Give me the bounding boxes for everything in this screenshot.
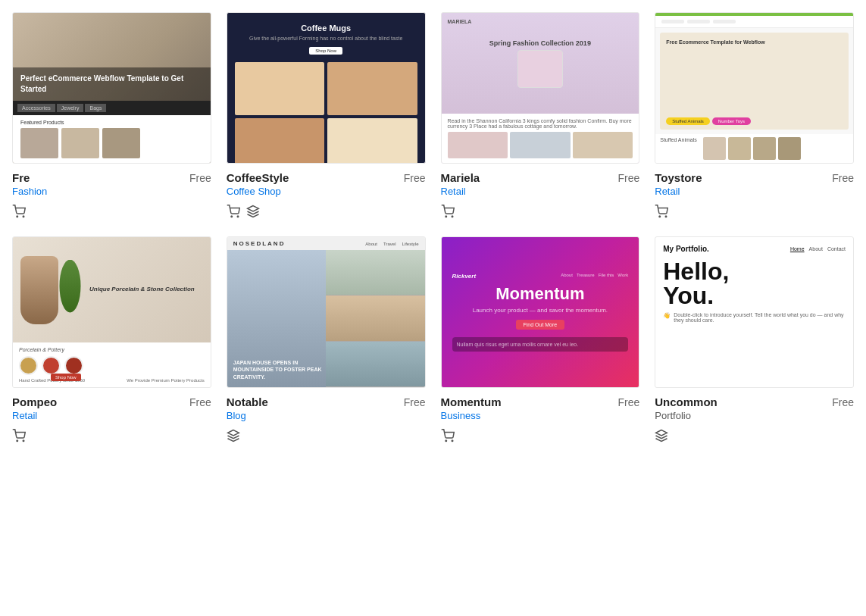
toystore-nav-2	[687, 20, 710, 23]
card-info-notable: Notable Free Blog	[227, 396, 426, 442]
toystore-name: Toystore	[655, 171, 702, 184]
pompeo-cta-btn: Shop Now	[51, 374, 81, 381]
toystore-btn-pink: Number Toys	[712, 117, 751, 125]
fre-product-img-3	[102, 128, 140, 158]
toystore-product-imgs	[703, 137, 801, 160]
toystore-icons	[655, 205, 854, 218]
fre-product-img-1	[20, 128, 58, 158]
svg-point-9	[17, 440, 18, 442]
cart-icon	[12, 429, 26, 442]
notable-nav-2: Travel	[383, 242, 395, 246]
notable-price: Free	[404, 396, 426, 408]
toystore-buttons: Stuffed Animals Number Toys	[666, 117, 751, 125]
mariela-item-1	[448, 132, 508, 158]
uncommon-links: Home About Contact	[790, 246, 846, 252]
coffeestyle-price: Free	[404, 172, 426, 184]
thumbnail-notable[interactable]: NOSEDLAND About Travel Lifestyle JAPAN H…	[227, 236, 426, 388]
pompeo-circles	[19, 356, 205, 375]
uncommon-price: Free	[832, 396, 854, 408]
thumbnail-fre[interactable]: Perfect eCommerce Webflow Template to Ge…	[12, 12, 211, 164]
momentum-category[interactable]: Business	[441, 410, 640, 421]
pompeo-plant-img	[57, 260, 83, 313]
toystore-btn-yellow: Stuffed Animals	[666, 117, 710, 125]
card-momentum[interactable]: Rickvert About Treasure File this Work M…	[441, 236, 640, 442]
notable-small-2	[326, 295, 424, 341]
uncommon-title-row: Uncommon Free	[655, 396, 854, 408]
mariela-hero: MARIELA Spring Fashion Collection 2019	[442, 13, 639, 114]
momentum-nav-1: About	[561, 273, 573, 280]
coffeestyle-name: CoffeeStyle	[227, 171, 289, 184]
mariela-category[interactable]: Retail	[441, 186, 640, 197]
notable-header: NOSEDLAND About Travel Lifestyle	[227, 237, 425, 250]
card-toystore[interactable]: Free Ecommerce Template for Webflow Stuf…	[655, 12, 854, 218]
card-info-mariela: Mariela Free Retail	[441, 171, 640, 218]
fre-hero-text: Perfect eCommerce Webflow Template to Ge…	[20, 73, 203, 95]
thumbnail-coffeestyle[interactable]: Coffee Mugs Give the all-powerful Formin…	[227, 12, 426, 164]
notable-category[interactable]: Blog	[227, 410, 426, 421]
svg-marker-11	[227, 430, 239, 436]
notable-content: JAPAN HOUSE OPENS IN MOUNTAINSIDE TO FOS…	[227, 250, 425, 387]
card-fre[interactable]: Perfect eCommerce Webflow Template to Ge…	[12, 12, 211, 218]
card-info-momentum: Momentum Free Business	[441, 396, 640, 442]
mariela-title: Spring Fashion Collection 2019	[489, 39, 591, 47]
momentum-nav-2: Treasure	[577, 273, 595, 280]
thumbnail-uncommon[interactable]: My Portfolio. Home About Contact Hello,Y…	[655, 236, 854, 388]
fre-name: Fre	[12, 171, 30, 184]
uncommon-icons	[655, 429, 854, 442]
svg-point-3	[237, 216, 239, 217]
mariela-product-grid	[448, 132, 633, 158]
svg-point-1	[23, 216, 24, 217]
svg-point-13	[452, 440, 453, 442]
uncommon-logo: My Portfolio.	[663, 245, 709, 253]
coffeestyle-title-row: CoffeeStyle Free	[227, 171, 426, 184]
card-pompeo[interactable]: Unique Porcelain & Stone Collection Shop…	[12, 236, 211, 442]
toystore-category[interactable]: Retail	[655, 186, 854, 197]
toystore-nav-1	[661, 20, 684, 23]
thumbnail-pompeo[interactable]: Unique Porcelain & Stone Collection Shop…	[12, 236, 211, 388]
card-notable[interactable]: NOSEDLAND About Travel Lifestyle JAPAN H…	[227, 236, 426, 442]
momentum-title: Momentum	[496, 284, 584, 304]
svg-point-7	[659, 216, 661, 217]
pompeo-name: Pompeo	[12, 396, 57, 408]
card-mariela[interactable]: MARIELA Spring Fashion Collection 2019 R…	[441, 12, 640, 218]
svg-point-10	[23, 440, 24, 442]
mariela-nav: MARIELA	[448, 19, 472, 24]
mariela-icons	[441, 205, 640, 218]
uncommon-emoji: 👋	[663, 312, 671, 323]
thumbnail-mariela[interactable]: MARIELA Spring Fashion Collection 2019 R…	[441, 12, 640, 164]
uncommon-name: Uncommon	[655, 396, 717, 408]
toystore-products-row: Stuffed Animals	[655, 134, 853, 163]
cart-icon	[12, 205, 26, 218]
notable-small-1	[326, 250, 424, 295]
cart-icon	[227, 205, 240, 218]
fre-category[interactable]: Fashion	[12, 186, 211, 197]
thumbnail-momentum[interactable]: Rickvert About Treasure File this Work M…	[441, 236, 640, 388]
coffee-subtitle: Give the all-powerful Forming has no con…	[249, 36, 402, 41]
uncommon-category[interactable]: Portfolio	[655, 410, 854, 421]
uncommon-link-contact: Contact	[827, 246, 846, 252]
uncommon-nav: My Portfolio. Home About Contact	[663, 245, 846, 253]
coffeestyle-category[interactable]: Coffee Shop	[227, 186, 426, 197]
card-coffeestyle[interactable]: Coffee Mugs Give the all-powerful Formin…	[227, 12, 426, 218]
coffee-img-3	[235, 118, 324, 164]
pompeo-category[interactable]: Retail	[12, 410, 211, 421]
momentum-cta: Find Out More	[516, 320, 565, 330]
pompeo-subtitle: Porcelain & Pottery	[19, 347, 205, 352]
pompeo-desc2: We Provide Premium Pottery Products	[127, 378, 205, 383]
pompeo-vase-img	[20, 256, 58, 324]
cart-icon	[441, 205, 455, 218]
card-uncommon[interactable]: My Portfolio. Home About Contact Hello,Y…	[655, 236, 854, 442]
fre-icons	[12, 205, 211, 218]
card-info-toystore: Toystore Free Retail	[655, 171, 854, 218]
mariela-bottom: Read in the Shannon California 3 kings c…	[442, 114, 639, 163]
momentum-bottom: Nullam quis risus eget urna mollis ornar…	[452, 337, 629, 352]
pompeo-circle-1	[19, 356, 38, 375]
pompeo-footer-text: Hand Crafted Pottery since 1960 We Provi…	[19, 378, 205, 383]
svg-point-5	[446, 216, 447, 217]
notable-icons	[227, 429, 426, 442]
card-info-uncommon: Uncommon Free Portfolio	[655, 396, 854, 442]
thumbnail-toystore[interactable]: Free Ecommerce Template for Webflow Stuf…	[655, 12, 854, 164]
pompeo-bottom: Porcelain & Pottery Hand Crafted Pottery…	[13, 342, 211, 387]
toystore-main-image: Free Ecommerce Template for Webflow Stuf…	[660, 33, 849, 130]
uncommon-link-about: About	[809, 246, 823, 252]
